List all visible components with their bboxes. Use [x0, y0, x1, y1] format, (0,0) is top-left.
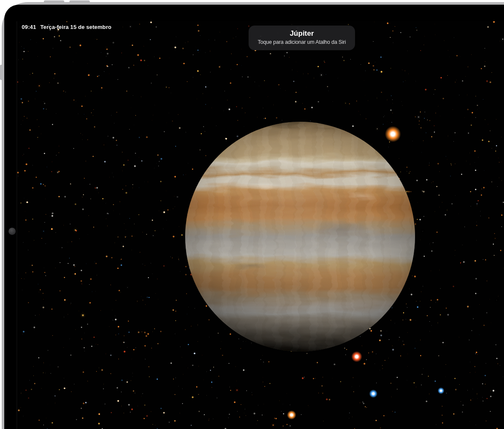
jupiter-wallpaper: 09:41 Terça-feira 15 de setembro Júpiter…: [17, 21, 504, 429]
bright-star-icon: [369, 389, 378, 398]
jupiter-planet: [185, 122, 415, 352]
device-screen: 09:41 Terça-feira 15 de setembro Júpiter…: [4, 5, 504, 429]
bright-star-icon: [351, 351, 362, 362]
status-date: Terça-feira 15 de setembro: [40, 24, 112, 30]
siri-suggestion-banner[interactable]: Júpiter Toque para adicionar um Atalho d…: [249, 26, 355, 50]
siri-banner-title: Júpiter: [249, 29, 355, 38]
bright-star-icon: [438, 387, 444, 394]
siri-banner-subtitle: Toque para adicionar um Atalho da Siri: [249, 39, 355, 45]
status-bar: 09:41 Terça-feira 15 de setembro: [22, 24, 112, 30]
bright-star-icon: [385, 126, 401, 142]
jupiter-shade: [185, 122, 415, 352]
bright-star-icon: [287, 410, 296, 420]
device-frame: 09:41 Terça-feira 15 de setembro Júpiter…: [2, 2, 504, 429]
front-camera-icon: [9, 228, 16, 235]
status-time: 09:41: [22, 24, 36, 30]
